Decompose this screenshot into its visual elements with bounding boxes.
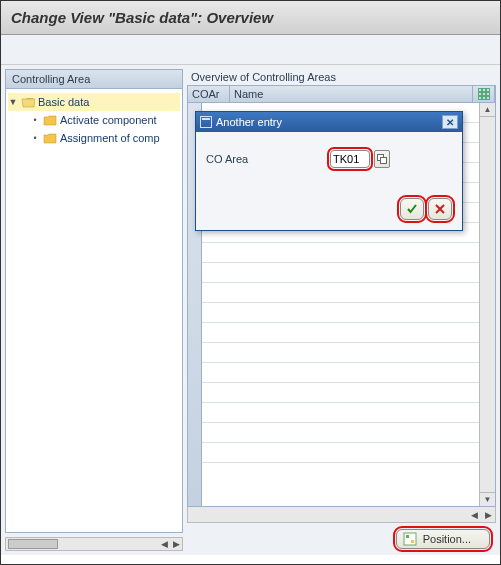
col-header-name[interactable]: Name: [230, 86, 473, 102]
dialog-titlebar[interactable]: Another entry ✕: [196, 112, 462, 132]
svg-rect-4: [482, 93, 485, 96]
scrollbar-thumb[interactable]: [8, 539, 58, 549]
ok-button[interactable]: [400, 198, 424, 220]
svg-rect-1: [482, 89, 485, 92]
svg-rect-7: [482, 97, 485, 100]
tree-node-activate-components[interactable]: • Activate component: [30, 111, 180, 129]
tree-node-label: Activate component: [60, 114, 157, 126]
svg-rect-9: [404, 533, 416, 545]
svg-rect-15: [381, 158, 387, 164]
main-area: Controlling Area ▼ Basic data • Activate…: [1, 65, 500, 555]
folder-icon: [43, 114, 57, 126]
tree: ▼ Basic data • Activate component • Assi…: [5, 89, 183, 533]
tree-node-assignment-of-company[interactable]: • Assignment of comp: [30, 129, 180, 147]
left-h-scrollbar[interactable]: ◀ ▶: [5, 537, 183, 551]
table-settings-icon: [478, 88, 490, 100]
scroll-right-icon[interactable]: ▶: [170, 539, 182, 549]
col-header-coar[interactable]: COAr: [188, 86, 230, 102]
svg-rect-0: [478, 89, 481, 92]
co-area-label: CO Area: [206, 153, 326, 165]
left-panel: Controlling Area ▼ Basic data • Activate…: [5, 69, 183, 551]
right-panel: Overview of Controlling Areas COAr Name: [187, 69, 496, 551]
svg-rect-11: [411, 540, 414, 543]
scroll-up-icon[interactable]: ▲: [480, 103, 495, 117]
position-button[interactable]: Position...: [396, 529, 490, 549]
h-scrollbar[interactable]: ◀ ▶: [187, 507, 496, 523]
svg-rect-10: [406, 535, 409, 538]
window-icon: [200, 116, 212, 128]
folder-open-icon: [21, 96, 35, 108]
v-scrollbar[interactable]: ▲ ▼: [479, 103, 495, 506]
svg-rect-8: [486, 97, 489, 100]
tree-bullet-icon: •: [30, 133, 40, 143]
scroll-down-icon[interactable]: ▼: [480, 492, 495, 506]
scroll-right-icon[interactable]: ▶: [481, 510, 495, 520]
another-entry-dialog: Another entry ✕ CO Area: [195, 111, 463, 231]
table-header: COAr Name: [187, 85, 496, 103]
close-icon: ✕: [446, 117, 454, 128]
svg-rect-2: [486, 89, 489, 92]
scroll-left-icon[interactable]: ◀: [467, 510, 481, 520]
tree-node-basic-data[interactable]: ▼ Basic data: [8, 93, 180, 111]
dialog-title: Another entry: [216, 116, 282, 128]
tree-toggle-icon[interactable]: ▼: [8, 97, 18, 107]
dialog-body: CO Area: [196, 132, 462, 230]
left-panel-header: Controlling Area: [5, 69, 183, 89]
ok-icon: [405, 202, 419, 216]
position-row: Position...: [187, 523, 496, 551]
co-area-input[interactable]: [330, 150, 370, 168]
tree-bullet-icon: •: [30, 115, 40, 125]
svg-rect-3: [478, 93, 481, 96]
folder-icon: [43, 132, 57, 144]
overview-label: Overview of Controlling Areas: [187, 69, 496, 85]
scroll-left-icon[interactable]: ◀: [158, 539, 170, 549]
toolbar-area: [1, 35, 500, 65]
svg-rect-6: [478, 97, 481, 100]
tree-node-label: Basic data: [38, 96, 89, 108]
tree-node-label: Assignment of comp: [60, 132, 160, 144]
value-help-button[interactable]: [374, 150, 390, 168]
cancel-button[interactable]: [428, 198, 452, 220]
svg-rect-13: [202, 118, 210, 120]
svg-rect-5: [486, 93, 489, 96]
cancel-icon: [434, 203, 446, 215]
position-icon: [403, 532, 417, 546]
position-button-label: Position...: [423, 533, 471, 545]
dialog-actions: [206, 198, 452, 220]
page-title: Change View "Basic data": Overview: [1, 1, 500, 35]
dialog-close-button[interactable]: ✕: [442, 115, 458, 129]
co-area-field-row: CO Area: [206, 150, 452, 168]
table-settings-button[interactable]: [473, 86, 495, 102]
value-help-icon: [377, 154, 387, 164]
